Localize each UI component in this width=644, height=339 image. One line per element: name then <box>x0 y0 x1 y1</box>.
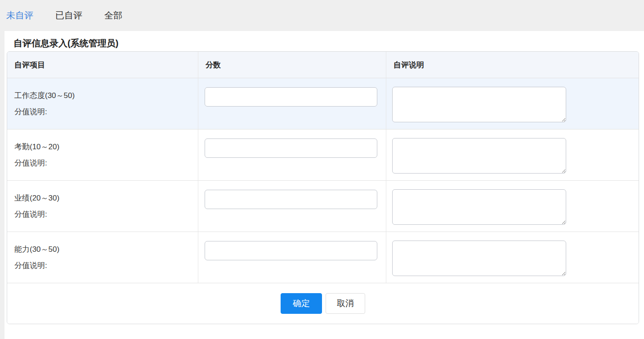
item-name: 能力(30～50) <box>14 241 198 258</box>
score-cell <box>198 232 386 283</box>
score-cell <box>198 78 386 129</box>
item-name: 工作态度(30～50) <box>14 88 198 104</box>
score-input-row2[interactable] <box>205 138 377 158</box>
confirm-button[interactable]: 确定 <box>281 293 322 314</box>
header-description-column: 自评说明 <box>386 52 639 78</box>
item-label-cell: 业绩(20～30) 分值说明: <box>7 181 198 232</box>
description-textarea-row3[interactable] <box>392 189 566 225</box>
tab-all[interactable]: 全部 <box>104 9 122 22</box>
description-textarea-row4[interactable] <box>392 241 566 276</box>
item-note-label: 分值说明: <box>14 104 198 120</box>
score-input-row4[interactable] <box>205 241 377 260</box>
item-note-label: 分值说明: <box>14 206 198 223</box>
tab-bar: 未自评 已自评 全部 <box>0 0 644 31</box>
score-cell <box>198 181 386 232</box>
self-evaluation-table: 自评项目 分数 自评说明 工作态度(30～50) 分值说明: 考勤(10～20)… <box>7 51 639 324</box>
table-row: 工作态度(30～50) 分值说明: <box>7 78 639 129</box>
score-input-row1[interactable] <box>205 87 377 107</box>
header-score-column: 分数 <box>198 52 386 78</box>
item-label-cell: 能力(30～50) 分值说明: <box>7 232 198 283</box>
description-textarea-row1[interactable] <box>392 87 566 122</box>
button-row: 确定 取消 <box>7 283 639 324</box>
item-label-cell: 考勤(10～20) 分值说明: <box>7 129 198 180</box>
description-cell <box>386 129 639 180</box>
page-title: 自评信息录入(系统管理员) <box>4 31 644 51</box>
table-row: 考勤(10～20) 分值说明: <box>7 129 639 180</box>
item-name: 考勤(10～20) <box>14 139 198 155</box>
table-header-row: 自评项目 分数 自评说明 <box>7 52 639 78</box>
cancel-button[interactable]: 取消 <box>326 293 365 314</box>
tab-not-self-evaluated[interactable]: 未自评 <box>6 9 33 22</box>
header-item-column: 自评项目 <box>7 52 198 78</box>
description-cell <box>386 78 639 129</box>
description-cell <box>386 181 639 232</box>
score-input-row3[interactable] <box>205 190 377 209</box>
item-name: 业绩(20～30) <box>14 190 198 206</box>
tab-self-evaluated[interactable]: 已自评 <box>55 9 82 22</box>
table-row: 能力(30～50) 分值说明: <box>7 232 639 283</box>
item-label-cell: 工作态度(30～50) 分值说明: <box>7 78 198 129</box>
score-cell <box>198 129 386 180</box>
item-note-label: 分值说明: <box>14 155 198 171</box>
content-panel: 自评信息录入(系统管理员) 自评项目 分数 自评说明 工作态度(30～50) 分… <box>4 31 644 339</box>
description-textarea-row2[interactable] <box>392 138 566 174</box>
table-row: 业绩(20～30) 分值说明: <box>7 180 639 232</box>
description-cell <box>386 232 639 283</box>
item-note-label: 分值说明: <box>14 258 198 274</box>
